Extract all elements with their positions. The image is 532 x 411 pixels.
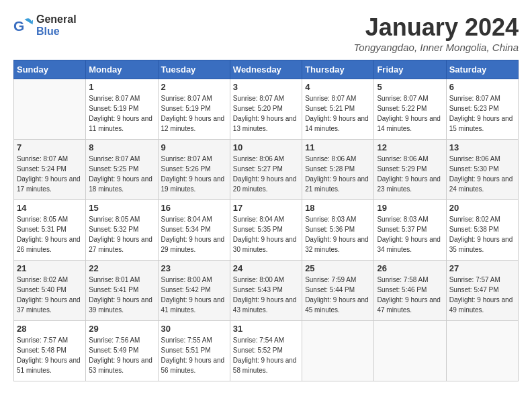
day-cell: 24Sunrise: 8:00 AMSunset: 5:43 PMDayligh… <box>230 261 302 321</box>
day-cell: 6Sunrise: 8:07 AMSunset: 5:23 PMDaylight… <box>446 79 518 140</box>
day-cell: 21Sunrise: 8:02 AMSunset: 5:40 PMDayligh… <box>14 261 86 321</box>
day-number: 10 <box>233 142 299 152</box>
day-cell <box>302 321 374 381</box>
day-number: 7 <box>17 142 83 152</box>
day-number: 16 <box>161 203 227 213</box>
day-number: 18 <box>305 203 371 213</box>
day-cell: 5Sunrise: 8:07 AMSunset: 5:22 PMDaylight… <box>374 79 446 140</box>
day-detail: Sunrise: 7:57 AMSunset: 5:47 PMDaylight:… <box>449 275 515 315</box>
month-title: January 2024 <box>354 13 519 42</box>
weekday-header-monday: Monday <box>86 60 158 79</box>
week-row-5: 28Sunrise: 7:57 AMSunset: 5:48 PMDayligh… <box>14 321 519 381</box>
day-detail: Sunrise: 7:55 AMSunset: 5:51 PMDaylight:… <box>161 335 227 375</box>
day-number: 23 <box>161 263 227 273</box>
week-row-1: 1Sunrise: 8:07 AMSunset: 5:19 PMDaylight… <box>14 79 519 140</box>
day-detail: Sunrise: 7:57 AMSunset: 5:48 PMDaylight:… <box>17 335 83 375</box>
day-cell: 3Sunrise: 8:07 AMSunset: 5:20 PMDaylight… <box>230 79 302 140</box>
day-number: 3 <box>233 82 299 92</box>
day-cell <box>14 79 86 140</box>
day-number: 4 <box>305 82 371 92</box>
day-cell: 27Sunrise: 7:57 AMSunset: 5:47 PMDayligh… <box>446 261 518 321</box>
day-cell: 31Sunrise: 7:54 AMSunset: 5:52 PMDayligh… <box>230 321 302 381</box>
day-detail: Sunrise: 7:58 AMSunset: 5:46 PMDaylight:… <box>377 275 443 315</box>
day-detail: Sunrise: 7:59 AMSunset: 5:44 PMDaylight:… <box>305 275 371 315</box>
day-detail: Sunrise: 8:01 AMSunset: 5:41 PMDaylight:… <box>89 275 154 315</box>
day-number: 5 <box>377 82 443 92</box>
day-detail: Sunrise: 8:07 AMSunset: 5:26 PMDaylight:… <box>161 154 227 194</box>
day-detail: Sunrise: 8:04 AMSunset: 5:35 PMDaylight:… <box>233 214 299 255</box>
week-row-2: 7Sunrise: 8:07 AMSunset: 5:24 PMDaylight… <box>14 140 519 200</box>
day-detail: Sunrise: 8:06 AMSunset: 5:27 PMDaylight:… <box>233 154 299 194</box>
day-number: 2 <box>161 82 227 92</box>
day-number: 27 <box>449 263 515 273</box>
day-detail: Sunrise: 8:06 AMSunset: 5:28 PMDaylight:… <box>305 154 371 194</box>
day-number: 15 <box>89 203 154 213</box>
day-cell: 20Sunrise: 8:02 AMSunset: 5:38 PMDayligh… <box>446 200 518 261</box>
day-cell: 16Sunrise: 8:04 AMSunset: 5:34 PMDayligh… <box>158 200 230 261</box>
day-cell: 9Sunrise: 8:07 AMSunset: 5:26 PMDaylight… <box>158 140 230 200</box>
day-number: 6 <box>449 82 515 92</box>
day-number: 30 <box>161 324 227 334</box>
day-detail: Sunrise: 8:07 AMSunset: 5:21 PMDaylight:… <box>305 93 371 134</box>
week-row-4: 21Sunrise: 8:02 AMSunset: 5:40 PMDayligh… <box>14 261 519 321</box>
day-cell: 28Sunrise: 7:57 AMSunset: 5:48 PMDayligh… <box>14 321 86 381</box>
day-detail: Sunrise: 7:54 AMSunset: 5:52 PMDaylight:… <box>233 335 299 375</box>
day-detail: Sunrise: 8:04 AMSunset: 5:34 PMDaylight:… <box>161 214 227 255</box>
day-number: 17 <box>233 203 299 213</box>
day-detail: Sunrise: 8:07 AMSunset: 5:20 PMDaylight:… <box>233 93 299 134</box>
logo-icon: G <box>13 15 34 36</box>
day-number: 20 <box>449 203 515 213</box>
weekday-header-sunday: Sunday <box>14 60 86 79</box>
day-cell: 8Sunrise: 8:07 AMSunset: 5:25 PMDaylight… <box>86 140 158 200</box>
day-cell <box>374 321 446 381</box>
day-number: 31 <box>233 324 299 334</box>
day-detail: Sunrise: 8:07 AMSunset: 5:22 PMDaylight:… <box>377 93 443 134</box>
day-number: 24 <box>233 263 299 273</box>
day-number: 19 <box>377 203 443 213</box>
day-detail: Sunrise: 8:07 AMSunset: 5:23 PMDaylight:… <box>449 93 515 134</box>
day-cell: 11Sunrise: 8:06 AMSunset: 5:28 PMDayligh… <box>302 140 374 200</box>
day-detail: Sunrise: 8:06 AMSunset: 5:30 PMDaylight:… <box>449 154 515 194</box>
day-cell: 2Sunrise: 8:07 AMSunset: 5:19 PMDaylight… <box>158 79 230 140</box>
title-block: January 2024 Tongyangdao, Inner Mongolia… <box>354 13 519 53</box>
day-detail: Sunrise: 8:07 AMSunset: 5:25 PMDaylight:… <box>89 154 154 194</box>
logo: G General Blue <box>13 13 77 38</box>
day-detail: Sunrise: 8:05 AMSunset: 5:32 PMDaylight:… <box>89 214 154 255</box>
day-number: 8 <box>89 142 154 152</box>
day-cell: 15Sunrise: 8:05 AMSunset: 5:32 PMDayligh… <box>86 200 158 261</box>
day-number: 26 <box>377 263 443 273</box>
logo-blue: Blue <box>36 26 60 37</box>
day-cell: 7Sunrise: 8:07 AMSunset: 5:24 PMDaylight… <box>14 140 86 200</box>
weekday-header-thursday: Thursday <box>302 60 374 79</box>
day-detail: Sunrise: 8:03 AMSunset: 5:37 PMDaylight:… <box>377 214 443 255</box>
day-number: 21 <box>17 263 83 273</box>
day-number: 1 <box>89 82 154 92</box>
day-detail: Sunrise: 8:02 AMSunset: 5:38 PMDaylight:… <box>449 214 515 255</box>
day-cell <box>446 321 518 381</box>
day-cell: 23Sunrise: 8:00 AMSunset: 5:42 PMDayligh… <box>158 261 230 321</box>
logo-general: General <box>36 13 77 25</box>
day-cell: 10Sunrise: 8:06 AMSunset: 5:27 PMDayligh… <box>230 140 302 200</box>
weekday-header-friday: Friday <box>374 60 446 79</box>
day-detail: Sunrise: 7:56 AMSunset: 5:49 PMDaylight:… <box>89 335 154 375</box>
day-number: 29 <box>89 324 154 334</box>
day-cell: 18Sunrise: 8:03 AMSunset: 5:36 PMDayligh… <box>302 200 374 261</box>
day-detail: Sunrise: 8:07 AMSunset: 5:19 PMDaylight:… <box>161 93 227 134</box>
day-number: 9 <box>161 142 227 152</box>
day-cell: 1Sunrise: 8:07 AMSunset: 5:19 PMDaylight… <box>86 79 158 140</box>
day-number: 13 <box>449 142 515 152</box>
day-number: 14 <box>17 203 83 213</box>
day-detail: Sunrise: 8:05 AMSunset: 5:31 PMDaylight:… <box>17 214 83 255</box>
page-header: G General Blue January 2024 Tongyangdao,… <box>13 13 519 53</box>
weekday-header-wednesday: Wednesday <box>230 60 302 79</box>
day-cell: 13Sunrise: 8:06 AMSunset: 5:30 PMDayligh… <box>446 140 518 200</box>
week-row-3: 14Sunrise: 8:05 AMSunset: 5:31 PMDayligh… <box>14 200 519 261</box>
day-cell: 14Sunrise: 8:05 AMSunset: 5:31 PMDayligh… <box>14 200 86 261</box>
weekday-header-tuesday: Tuesday <box>158 60 230 79</box>
day-detail: Sunrise: 8:00 AMSunset: 5:43 PMDaylight:… <box>233 275 299 315</box>
svg-text:G: G <box>13 18 24 34</box>
day-number: 22 <box>89 263 154 273</box>
day-detail: Sunrise: 8:07 AMSunset: 5:19 PMDaylight:… <box>89 93 154 134</box>
day-detail: Sunrise: 8:07 AMSunset: 5:24 PMDaylight:… <box>17 154 83 194</box>
day-number: 12 <box>377 142 443 152</box>
